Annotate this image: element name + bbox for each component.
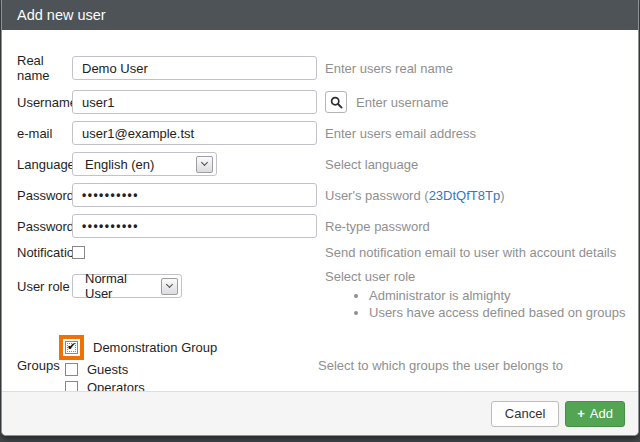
group-guests-checkbox[interactable] bbox=[65, 363, 78, 376]
add-button-label: Add bbox=[590, 406, 613, 421]
group-option-label: Demonstration Group bbox=[93, 340, 217, 355]
real-name-input[interactable] bbox=[72, 56, 317, 80]
real-name-hint: Enter users real name bbox=[325, 61, 453, 76]
password-hint: User's password (23DtQfT8Tp) bbox=[325, 188, 505, 203]
add-button[interactable]: + Add bbox=[565, 401, 625, 427]
groups-hint: Select to which groups the user belongs … bbox=[318, 358, 563, 373]
password-label: Password bbox=[2, 188, 72, 203]
email-label: e-mail bbox=[2, 126, 72, 141]
email-row: e-mail Enter users email address bbox=[2, 121, 638, 145]
dialog-footer: Cancel + Add bbox=[2, 391, 638, 435]
chevron-down-icon bbox=[196, 156, 213, 173]
user-role-hint-item: Administrator is almighty bbox=[369, 287, 638, 304]
notification-hint: Send notification email to user with acc… bbox=[325, 245, 616, 260]
password-input[interactable] bbox=[72, 183, 317, 207]
notification-row: Notification Send notification email to … bbox=[2, 245, 638, 259]
dialog-header: Add new user bbox=[2, 0, 638, 30]
group-demonstration-checkbox[interactable] bbox=[65, 341, 78, 354]
generated-password-text: 23DtQfT8Tp bbox=[429, 188, 501, 203]
real-name-row: Real name Enter users real name bbox=[2, 53, 638, 83]
group-option-demonstration: Demonstration Group bbox=[65, 334, 318, 360]
dialog-title: Add new user bbox=[17, 7, 106, 23]
username-input[interactable] bbox=[72, 90, 317, 114]
email-hint: Enter users email address bbox=[325, 126, 476, 141]
search-icon bbox=[330, 96, 343, 109]
language-label: Language bbox=[2, 157, 72, 172]
add-new-user-dialog: Add new user Real name Enter users real … bbox=[1, 0, 639, 436]
notification-checkbox[interactable] bbox=[72, 246, 85, 259]
group-option-guests: Guests bbox=[65, 360, 318, 378]
password-retype-label: Password bbox=[2, 219, 72, 234]
password-retype-hint: Re-type password bbox=[325, 219, 430, 234]
notification-label: Notification bbox=[2, 245, 72, 260]
username-label: Username bbox=[2, 95, 72, 110]
dialog-body: Real name Enter users real name Username bbox=[2, 30, 638, 396]
language-row: Language English (en) Select language bbox=[2, 152, 638, 176]
real-name-label: Real name bbox=[2, 53, 72, 83]
email-input[interactable] bbox=[72, 121, 317, 145]
user-role-label: User role bbox=[2, 269, 72, 294]
language-hint: Select language bbox=[325, 157, 418, 172]
username-search-button[interactable] bbox=[325, 91, 347, 113]
user-role-hint-list: Administrator is almighty Users have acc… bbox=[369, 287, 638, 321]
user-role-hint-item: Users have access defined based on group… bbox=[369, 304, 638, 321]
language-select[interactable]: English (en) bbox=[72, 152, 217, 176]
chevron-down-icon bbox=[161, 278, 178, 295]
password-retype-row: Password Re-type password bbox=[2, 214, 638, 238]
groups-label: Groups bbox=[2, 358, 72, 373]
password-retype-input[interactable] bbox=[72, 214, 317, 238]
user-role-select[interactable]: Normal User bbox=[72, 274, 182, 298]
highlight-box bbox=[59, 335, 84, 360]
cancel-button[interactable]: Cancel bbox=[491, 401, 559, 427]
groups-row: Groups Demonstration Group Guests Operat… bbox=[2, 334, 638, 396]
password-row: Password User's password (23DtQfT8Tp) bbox=[2, 183, 638, 207]
group-option-label: Guests bbox=[87, 362, 128, 377]
user-role-select-value: Normal User bbox=[85, 271, 153, 301]
username-hint: Enter username bbox=[356, 95, 449, 110]
language-select-value: English (en) bbox=[85, 157, 154, 172]
username-row: Username Enter username bbox=[2, 90, 638, 114]
user-role-hint: Select user role bbox=[325, 269, 638, 284]
plus-icon: + bbox=[577, 406, 585, 421]
user-role-row: User role Normal User Select user role A… bbox=[2, 269, 638, 321]
